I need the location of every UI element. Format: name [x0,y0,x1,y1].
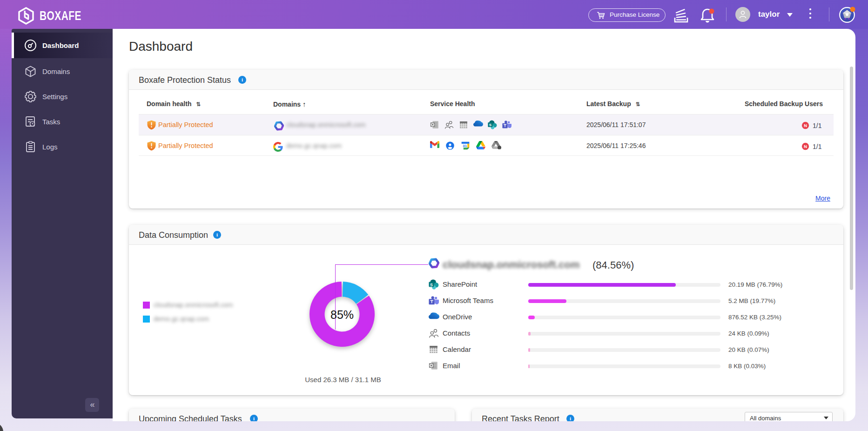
svg-text:S: S [430,283,433,287]
svg-text:N: N [804,123,807,128]
svg-text:S: S [489,123,491,127]
svg-text:31: 31 [463,144,467,148]
svg-text:N: N [804,144,807,149]
